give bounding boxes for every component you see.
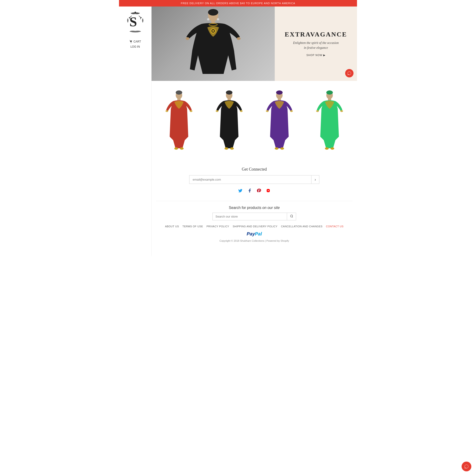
footer-link-about[interactable]: ABOUT US bbox=[165, 225, 179, 228]
svg-point-41 bbox=[316, 110, 319, 112]
products-grid bbox=[156, 88, 352, 153]
svg-point-43 bbox=[325, 147, 329, 150]
svg-point-3 bbox=[140, 17, 142, 18]
product-image-4 bbox=[307, 88, 352, 153]
svg-point-42 bbox=[340, 110, 343, 112]
svg-point-15 bbox=[207, 18, 209, 20]
dress-svg-3 bbox=[265, 90, 293, 151]
svg-point-11 bbox=[212, 30, 214, 32]
cart-link[interactable]: CART bbox=[129, 40, 141, 43]
hero-subtitle: Enlighten the spirit of the occasion in … bbox=[293, 40, 339, 50]
svg-point-37 bbox=[280, 147, 284, 150]
product-image-2 bbox=[206, 88, 252, 153]
svg-point-32 bbox=[276, 90, 283, 95]
svg-point-44 bbox=[330, 147, 334, 150]
svg-point-35 bbox=[290, 110, 293, 112]
svg-point-34 bbox=[266, 110, 269, 112]
paypal-logo: PayPal bbox=[161, 231, 348, 237]
footer-link-contact[interactable]: CONTACT US bbox=[326, 225, 344, 228]
svg-point-4 bbox=[131, 43, 131, 43]
hero-mannequin-svg bbox=[185, 9, 241, 81]
banner-text: FREE DELIVERY ON ALL ORDERS ABOVE $40 TO… bbox=[181, 2, 295, 5]
svg-point-16 bbox=[217, 18, 219, 20]
email-submit-button[interactable]: › bbox=[311, 175, 319, 184]
pinterest-icon[interactable] bbox=[256, 187, 262, 194]
hero-text-area: EXTRAVAGANCE Enlighten the spirit of the… bbox=[275, 6, 357, 81]
logo-svg: S bbox=[126, 11, 145, 34]
svg-point-36 bbox=[275, 147, 278, 150]
search-section-title: Search for products on our site bbox=[161, 206, 348, 210]
social-icons bbox=[156, 187, 352, 194]
product-card-3[interactable] bbox=[256, 88, 302, 153]
svg-point-5 bbox=[131, 43, 132, 43]
dress-svg-1 bbox=[165, 90, 193, 151]
svg-point-13 bbox=[186, 37, 189, 40]
svg-point-1 bbox=[135, 12, 136, 13]
get-connected-title: Get Connected bbox=[156, 167, 352, 172]
search-input[interactable] bbox=[213, 213, 287, 220]
svg-point-7 bbox=[208, 9, 218, 16]
products-section bbox=[152, 81, 357, 160]
svg-point-20 bbox=[166, 110, 168, 112]
hero-shop-now[interactable]: SHOP NOW ▶ bbox=[306, 54, 325, 57]
youtube-icon[interactable] bbox=[265, 187, 272, 194]
svg-point-21 bbox=[190, 110, 192, 112]
email-input[interactable] bbox=[189, 175, 311, 184]
footer-links: ABOUT US TERMS OF USE PRIVACY POLICY SHI… bbox=[161, 225, 348, 228]
hero-banner: EXTRAVAGANCE Enlighten the spirit of the… bbox=[152, 6, 357, 81]
search-section: Search for products on our site ABOUT US… bbox=[156, 201, 352, 249]
svg-point-25 bbox=[226, 90, 232, 95]
footer-link-terms[interactable]: TERMS OF USE bbox=[183, 225, 203, 228]
login-link[interactable]: LOG IN bbox=[130, 45, 140, 48]
footer-area: Get Connected › bbox=[152, 160, 357, 256]
svg-point-23 bbox=[180, 147, 184, 150]
svg-point-39 bbox=[326, 90, 333, 95]
svg-point-22 bbox=[174, 147, 178, 150]
search-form bbox=[212, 213, 296, 220]
email-subscribe-form: › bbox=[189, 175, 319, 184]
svg-point-14 bbox=[237, 37, 240, 40]
top-banner: FREE DELIVERY ON ALL ORDERS ABOVE $40 TO… bbox=[119, 0, 357, 6]
product-image-3 bbox=[256, 88, 302, 153]
svg-point-2 bbox=[129, 17, 130, 18]
copyright: Copyright © 2018 Shubham Collections | P… bbox=[161, 239, 348, 242]
svg-point-28 bbox=[240, 110, 243, 112]
product-card-4[interactable] bbox=[307, 88, 352, 153]
cart-label: CART bbox=[133, 40, 141, 43]
twitter-icon[interactable] bbox=[237, 187, 244, 194]
search-icon bbox=[290, 215, 293, 218]
footer-link-shipping[interactable]: SHIPPING AND DELIVERY POLICY bbox=[233, 225, 277, 228]
footer-link-privacy[interactable]: PRIVACY POLICY bbox=[206, 225, 229, 228]
product-card-1[interactable] bbox=[156, 88, 202, 153]
dress-svg-2 bbox=[215, 90, 243, 151]
product-image-1 bbox=[156, 88, 202, 153]
cart-icon bbox=[129, 40, 133, 43]
hero-image bbox=[152, 6, 275, 81]
svg-point-30 bbox=[230, 147, 234, 150]
logo[interactable]: S bbox=[126, 11, 145, 35]
facebook-icon[interactable] bbox=[246, 187, 253, 194]
search-button[interactable] bbox=[287, 213, 296, 220]
svg-point-29 bbox=[224, 147, 228, 150]
footer-link-cancellation[interactable]: CANCELLATION AND CHANGES bbox=[281, 225, 323, 228]
dress-svg-4 bbox=[316, 90, 343, 151]
chat-icon bbox=[347, 71, 351, 75]
hero-title: EXTRAVAGANCE bbox=[285, 31, 347, 38]
content-area: EXTRAVAGANCE Enlighten the spirit of the… bbox=[152, 6, 357, 256]
sidebar: S CART bbox=[119, 6, 152, 256]
svg-point-27 bbox=[216, 110, 219, 112]
product-card-2[interactable] bbox=[206, 88, 252, 153]
svg-point-18 bbox=[176, 90, 182, 95]
main-wrapper: S CART bbox=[119, 6, 357, 256]
hero-chat-button[interactable] bbox=[345, 69, 354, 77]
